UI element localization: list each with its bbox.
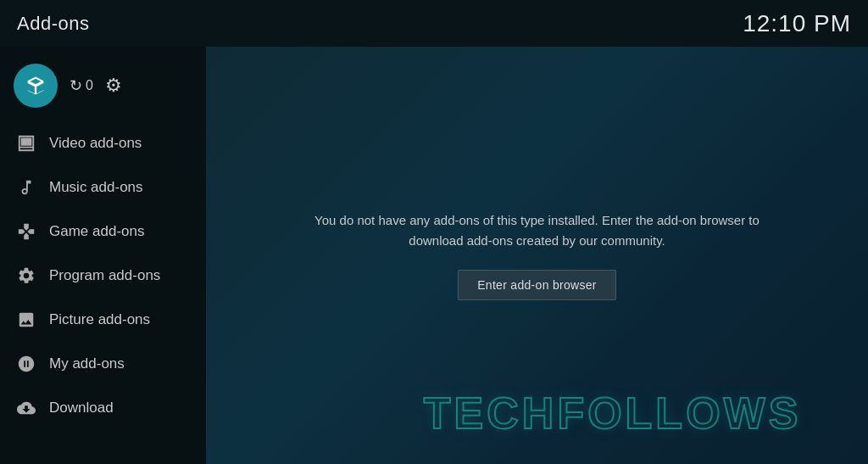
game-icon [15, 221, 37, 243]
video-icon [15, 132, 37, 154]
sidebar-item-video-addons[interactable]: Video add-ons [0, 121, 206, 165]
music-icon [15, 176, 37, 198]
sidebar-item-program-addons[interactable]: Program add-ons [0, 254, 206, 298]
sidebar-item-game-addons[interactable]: Game add-ons [0, 210, 206, 254]
sidebar-item-picture-addons[interactable]: Picture add-ons [0, 298, 206, 342]
addon-manager-button[interactable] [14, 64, 58, 108]
refresh-area[interactable]: ↻ 0 [70, 76, 93, 95]
app-header: Add-ons 12:10 PM [0, 0, 868, 47]
music-addons-label: Music add-ons [49, 179, 143, 196]
content-area: You do not have any add-ons of this type… [206, 47, 868, 464]
refresh-count: 0 [86, 78, 93, 93]
sidebar-item-download[interactable]: Download [0, 386, 206, 430]
download-icon [15, 397, 37, 419]
game-addons-label: Game add-ons [49, 223, 144, 240]
sidebar-item-my-addons[interactable]: My add-ons [0, 342, 206, 386]
addon-box-icon [24, 74, 47, 98]
settings-icon[interactable]: ⚙ [105, 75, 122, 97]
no-addons-message: You do not have any add-ons of this type… [304, 210, 771, 251]
sidebar-item-music-addons[interactable]: Music add-ons [0, 165, 206, 210]
video-addons-label: Video add-ons [49, 135, 142, 152]
sidebar-nav: Video add-ons Music add-ons Game add-ons… [0, 121, 206, 464]
picture-addons-label: Picture add-ons [49, 311, 150, 328]
picture-icon [15, 309, 37, 331]
clock: 12:10 PM [743, 10, 851, 37]
sidebar: ↻ 0 ⚙ Video add-ons Music add-ons [0, 47, 206, 464]
program-addons-label: Program add-ons [49, 267, 160, 284]
sidebar-top-controls: ↻ 0 ⚙ [0, 55, 206, 121]
my-addons-label: My add-ons [49, 355, 125, 372]
my-addons-icon [15, 353, 37, 375]
refresh-icon: ↻ [70, 76, 82, 95]
page-title: Add-ons [17, 13, 89, 35]
download-label: Download [49, 400, 114, 416]
techfollows-watermark: TECHFOLLOWS [424, 388, 802, 439]
program-icon [15, 265, 37, 287]
main-layout: ↻ 0 ⚙ Video add-ons Music add-ons [0, 47, 868, 464]
enter-addon-browser-button[interactable]: Enter add-on browser [458, 270, 616, 300]
